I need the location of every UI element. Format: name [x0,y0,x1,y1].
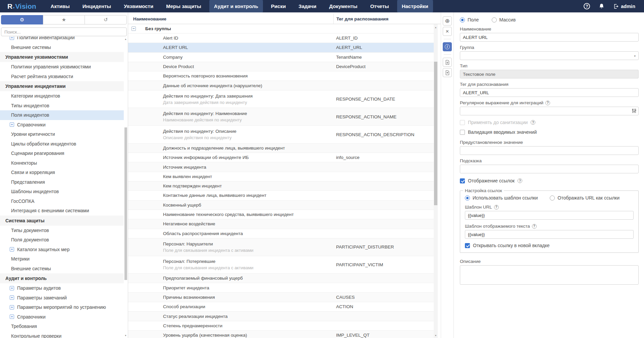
add-field-button[interactable]: ⊕ [443,16,452,25]
nav-item[interactable]: Настройки [397,0,433,12]
expand-plus-icon[interactable]: + [10,295,14,300]
field-row[interactable]: Источник информации об инциденте ИБinfo_… [128,153,434,162]
field-row[interactable]: Данные об источнике инцидента (нарушител… [128,81,434,90]
column-header-name[interactable]: Наименование [128,14,333,24]
collapse-icon[interactable]: − [131,26,136,31]
field-row[interactable]: Действия по инциденту: ОписаниеОписание … [128,126,434,144]
question-icon[interactable]: ? [545,101,550,105]
tree-item[interactable]: Связи и корреляция [0,168,124,177]
field-row[interactable]: Вероятность повторного возникновения [128,71,434,81]
expand-plus-icon[interactable]: + [10,122,14,127]
tree-item[interactable]: +Политики инвентаризации [0,37,124,43]
expand-plus-icon[interactable]: + [10,305,14,309]
tab-favorites[interactable]: ★ [43,15,85,24]
tree-item[interactable]: Метрики [0,254,124,264]
help-icon[interactable]: ? [584,3,590,9]
tree-item[interactable]: +Справочники [0,120,124,130]
tab-settings[interactable]: ⚙ [1,15,43,24]
radio-option[interactable]: Использовать шаблон ссылки [465,195,538,201]
nav-item[interactable]: Аудит и контроль [209,0,263,12]
radio-option[interactable]: Поле [460,17,479,22]
table-scrollbar-thumb[interactable] [434,62,437,205]
regex-input[interactable] [460,107,639,115]
tree-item[interactable]: +Параметры аудитов [0,283,124,293]
export-fields-button[interactable] [443,68,452,77]
nav-item[interactable]: Задачи [294,0,321,12]
tree-item[interactable]: Типы документов [0,226,124,235]
chevron-down-icon[interactable]: ▾ [634,54,636,58]
tree-item[interactable]: Требования [0,322,124,331]
open-new-tab-checkbox[interactable]: Открывать ссылку в новой вкладке [465,243,634,248]
tree-item[interactable]: ГосСОПКА [0,196,124,206]
scroll-down-icon[interactable]: ▼ [124,334,127,337]
question-icon[interactable]: ? [494,205,499,210]
nav-item[interactable]: Активы [46,0,74,12]
field-row[interactable]: Способ реализацииACTION [128,302,434,312]
tree-item[interactable]: Поля инцидентов [0,110,124,120]
field-row[interactable]: Источник инцидента [128,162,434,172]
tree-item[interactable]: +Справочники [0,312,124,322]
expand-plus-icon[interactable]: + [10,37,14,40]
tree-item[interactable]: Поля документов [0,235,124,245]
user-menu[interactable]: admin [613,4,635,9]
validation-checkbox[interactable]: Валидация вводимых значений [460,129,639,135]
field-row[interactable]: Персонал: ПотерпевшиеПоле для связывания… [128,256,434,274]
tree-item[interactable]: Контрольные проверки [0,331,124,338]
description-textarea[interactable] [460,265,639,285]
tree-item[interactable]: Коннекторы [0,158,124,168]
field-row[interactable]: Кем подтвержден инцидент [128,181,434,191]
tab-history[interactable]: ↺ [85,15,127,24]
field-row[interactable]: Действия по инциденту: НаименованиеНаиме… [128,108,434,126]
question-icon[interactable]: ? [532,224,537,229]
name-input[interactable] [460,33,639,42]
tree-item[interactable]: Типы инцидентов [0,101,124,111]
nav-item[interactable]: Уязвимости [119,0,158,12]
url-template-input[interactable] [465,211,634,220]
scroll-up-icon[interactable]: ▲ [124,38,127,40]
nav-item[interactable]: Инциденты [78,0,116,12]
field-row[interactable]: Alert IDALERT_ID [128,34,434,43]
column-header-tag[interactable]: Тег для распознавания [333,14,441,24]
field-row[interactable]: CompanyTenantName [128,53,434,62]
field-row[interactable]: Действия по инциденту: Дата завершенияДа… [128,91,434,108]
nav-item[interactable]: Документы [324,0,362,12]
default-value-input[interactable] [460,146,639,155]
field-row[interactable]: Область распространения инцидента [128,229,434,238]
tree-item[interactable]: Представления [0,177,124,187]
field-row[interactable]: Должность и подразделение лица, выявивше… [128,144,434,153]
tree-item[interactable]: Интеграция с внешними системами [0,206,124,216]
tree-item[interactable]: Шаблоны инцидентов [0,187,124,196]
sanitize-checkbox[interactable]: Применять до санитизации ? [460,120,639,125]
field-info-button[interactable]: i [443,42,452,51]
field-row[interactable]: Косвенный ущерб [128,201,434,210]
tree-item[interactable]: Сценарии реагирования [0,149,124,158]
nav-item[interactable]: Отчеты [366,0,394,12]
field-row[interactable]: Персонал: НарушителиПоле для связывания … [128,238,434,256]
delete-field-button[interactable]: × [443,27,452,36]
nav-item[interactable]: Меры защиты [161,0,206,12]
tree-item[interactable]: Внешние системы [0,264,124,274]
radio-option[interactable]: Массив [492,17,516,22]
field-row[interactable]: Уровень ущерба (качественная оценка)IMP_… [128,331,434,338]
tree-item[interactable]: Политики управления уязвимостями [0,62,124,72]
import-fields-button[interactable] [443,58,452,67]
field-row[interactable]: Device ProductDeviceProduct [128,62,434,71]
tag-input[interactable] [460,88,639,97]
hint-input[interactable] [460,165,639,173]
search-input[interactable] [1,27,127,36]
tree-item[interactable]: Уровни критичности [0,129,124,139]
field-row[interactable]: Наименование технического средства, выяв… [128,210,434,219]
links-display-checkbox[interactable]: Отображение ссылок ? [460,178,639,183]
expand-plus-icon[interactable]: + [10,286,14,290]
tree-item[interactable]: Расчет рейтинга уязвимости [0,72,124,81]
app-logo[interactable]: R Vision [7,0,36,12]
notifications-icon[interactable] [599,3,604,9]
field-row[interactable]: Статус реализации инцидента [128,312,434,321]
tree-item[interactable]: +Параметры замечаний [0,293,124,303]
field-row[interactable]: Негативное воздействие [128,219,434,229]
expand-plus-icon[interactable]: + [10,315,14,319]
radio-option[interactable]: Отображать URL как ссылки [550,195,620,201]
group-select[interactable] [460,51,639,60]
tree-item[interactable]: Циклы обработки инцидентов [0,139,124,149]
field-row[interactable]: Кем выявлен инцидент [128,172,434,181]
